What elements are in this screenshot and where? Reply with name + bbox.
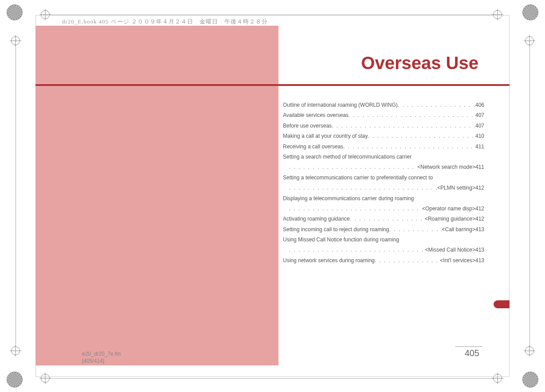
toc-dots [398,100,475,110]
toc-entry-cont: <Operator name disp>412 [283,204,484,214]
toc-suffix: <Roaming guidance> [425,214,475,224]
toc-entry: Using network services during roaming<In… [283,256,484,266]
toc-dots [332,121,475,131]
toc-dots [289,183,437,193]
toc-label: Before use overseas [283,121,332,131]
toc-label: Displaying a telecommunications carrier … [283,194,414,204]
toc-suffix: <Missed Call Notice> [425,245,475,255]
page-number-rule [455,346,482,347]
toc-dots [350,214,425,224]
toc-page: 413 [475,256,484,266]
toc-label: Receiving a call overseas [283,142,343,152]
toc-entry: Making a call at your country of stay410 [283,131,484,141]
toc-suffix: <PLMN setting> [437,183,475,193]
toc-suffix: <Operator name disp> [422,204,475,214]
page-number: 405 [465,348,479,358]
toc-dots [349,110,475,120]
registration-bar-left [10,36,21,355]
toc-label: Setting a telecommunications carrier to … [283,173,433,183]
toc-label: Outline of international roaming (WORLD … [283,100,398,110]
book-header: dr20_E.book 405 ページ ２００９年４月２４日 金曜日 午後４時２… [62,18,268,26]
toc-dots [375,256,440,266]
toc-entry: Setting a search method of telecommunica… [283,152,484,162]
toc-suffix: <Int'l services> [440,256,475,266]
toc-dots [289,204,422,214]
toc-label: Activating roaming guidance [283,214,350,224]
toc-page: 413 [475,225,484,235]
footer-meta: e20_dr20_7e.fm [405/414] [82,350,121,365]
toc-label: Using network services during roaming [283,256,375,266]
toc-page: 407 [475,121,484,131]
toc-entry-cont: <Missed Call Notice>413 [283,245,484,255]
chapter-title: Overseas Use [35,53,478,73]
page-body: Overseas Use Outline of international ro… [35,26,510,365]
crop-rosette-icon [7,372,23,388]
toc-box: Outline of international roaming (WORLD … [278,97,489,270]
toc-entry: Using Missed Call Notice function during… [283,235,484,245]
toc-entry-cont: <Network search mode>411 [283,162,484,172]
toc-suffix: <Call barring> [442,225,475,235]
toc-page: 411 [475,162,484,172]
toc-dots [368,131,475,141]
toc-entry: Before use overseas407 [283,121,484,131]
toc-page: 413 [475,245,484,255]
toc-page: 412 [475,183,484,193]
chapter-title-area: Overseas Use [35,53,510,73]
toc-dots [389,225,442,235]
crop-rosette-icon [7,4,23,20]
toc-page: 407 [475,110,484,120]
chapter-rule [35,84,510,86]
toc-dots [343,142,475,152]
toc-entry: Activating roaming guidance<Roaming guid… [283,214,484,224]
toc-label: Making a call at your country of stay [283,131,368,141]
toc-entry: Outline of international roaming (WORLD … [283,100,484,110]
toc-suffix: <Network search mode> [417,162,475,172]
toc-dots [289,245,425,255]
toc-page: 412 [475,204,484,214]
crop-rosette-icon [522,4,538,20]
toc-page: 406 [475,100,484,110]
toc-label: Setting incoming call to reject during r… [283,225,389,235]
toc-label: Setting a search method of telecommunica… [283,152,412,162]
toc-entry: Receiving a call overseas411 [283,142,484,152]
toc-entry: Setting a telecommunications carrier to … [283,173,484,183]
thumb-tab [494,300,510,308]
footer-file: e20_dr20_7e.fm [82,350,121,357]
toc-label: Using Missed Call Notice function during… [283,235,399,245]
toc-entry: Displaying a telecommunications carrier … [283,194,484,204]
toc-entry: Setting incoming call to reject during r… [283,225,484,235]
toc-page: 412 [475,214,484,224]
toc-entry: Available services overseas407 [283,110,484,120]
chapter-color-block [35,26,278,365]
toc-dots [289,162,417,172]
toc-page: 411 [475,142,484,152]
toc-label: Available services overseas [283,110,349,120]
registration-bar-right [524,36,535,355]
toc-entry-cont: <PLMN setting>412 [283,183,484,193]
footer-range: [405/414] [82,357,121,365]
crop-rosette-icon [522,372,538,388]
toc-page: 410 [475,131,484,141]
